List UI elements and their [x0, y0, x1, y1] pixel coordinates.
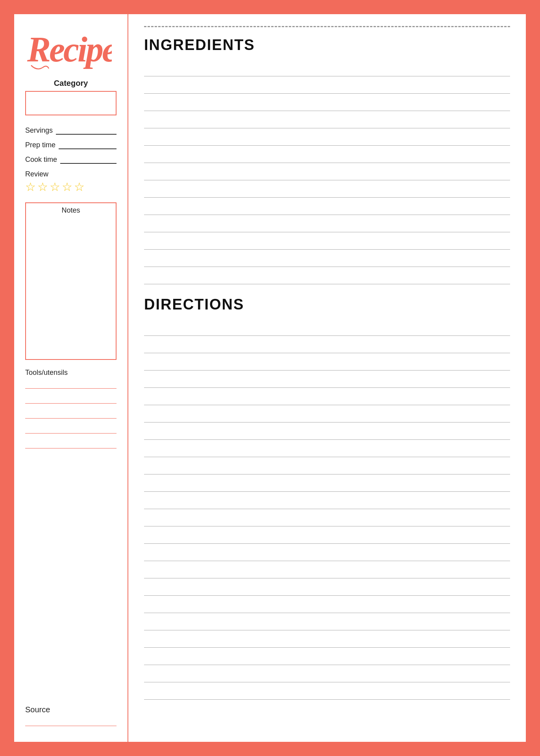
- direction-line-21[interactable]: [144, 665, 510, 682]
- ingredient-line-2[interactable]: [144, 76, 510, 94]
- source-section: Source: [25, 705, 117, 730]
- ingredient-line-10[interactable]: [144, 215, 510, 232]
- ingredient-line-4[interactable]: [144, 111, 510, 128]
- prep-time-line[interactable]: [59, 141, 117, 149]
- ingredient-line-9[interactable]: [144, 198, 510, 215]
- tool-line-1[interactable]: [25, 381, 117, 389]
- direction-line-12[interactable]: [144, 509, 510, 526]
- ingredient-line-11[interactable]: [144, 232, 510, 250]
- ingredients-lines: [144, 59, 510, 284]
- servings-line[interactable]: [56, 127, 117, 135]
- ingredients-title: INGREDIENTS: [144, 37, 510, 54]
- ingredient-line-12[interactable]: [144, 250, 510, 267]
- servings-label: Servings: [25, 126, 53, 135]
- direction-line-11[interactable]: [144, 492, 510, 509]
- source-line[interactable]: [25, 718, 117, 726]
- direction-line-15[interactable]: [144, 561, 510, 578]
- ingredient-line-13[interactable]: [144, 267, 510, 284]
- direction-line-10[interactable]: [144, 474, 510, 492]
- source-label: Source: [25, 705, 117, 714]
- direction-line-7[interactable]: [144, 422, 510, 440]
- ingredient-line-5[interactable]: [144, 128, 510, 146]
- ingredient-line-6[interactable]: [144, 146, 510, 163]
- cook-time-field: Cook time: [25, 156, 117, 164]
- tools-section: Tools/utensils: [25, 369, 117, 460]
- direction-line-5[interactable]: [144, 388, 510, 405]
- tool-line-2[interactable]: [25, 396, 117, 404]
- ingredient-line-7[interactable]: [144, 163, 510, 180]
- direction-line-4[interactable]: [144, 371, 510, 388]
- directions-title: DIRECTIONS: [144, 296, 510, 313]
- direction-line-19[interactable]: [144, 630, 510, 648]
- direction-line-20[interactable]: [144, 648, 510, 665]
- ingredient-line-3[interactable]: [144, 94, 510, 111]
- svg-text:Recipe: Recipe: [27, 30, 112, 69]
- notes-label: Notes: [26, 203, 116, 216]
- star-2[interactable]: ☆: [37, 180, 48, 194]
- direction-line-16[interactable]: [144, 578, 510, 596]
- tool-line-4[interactable]: [25, 426, 117, 434]
- ingredient-line-1[interactable]: [144, 59, 510, 76]
- tools-lines: [25, 381, 117, 448]
- star-1[interactable]: ☆: [25, 180, 36, 194]
- direction-line-22[interactable]: [144, 682, 510, 700]
- direction-line-8[interactable]: [144, 440, 510, 457]
- directions-lines: [144, 319, 510, 730]
- category-label: Category: [25, 79, 117, 88]
- tools-label: Tools/utensils: [25, 369, 117, 377]
- star-5[interactable]: ☆: [74, 180, 85, 194]
- tool-line-3[interactable]: [25, 411, 117, 419]
- category-input-box[interactable]: [25, 91, 117, 115]
- recipe-card: Recipe Category Servings Prep time Cook …: [14, 14, 526, 742]
- cook-time-line[interactable]: [60, 156, 117, 164]
- review-section: Review ☆ ☆ ☆ ☆ ☆: [25, 170, 117, 194]
- direction-line-9[interactable]: [144, 457, 510, 474]
- dashed-divider: [144, 26, 510, 27]
- direction-line-1[interactable]: [144, 319, 510, 336]
- direction-line-6[interactable]: [144, 405, 510, 422]
- cook-time-label: Cook time: [25, 156, 57, 164]
- direction-line-3[interactable]: [144, 353, 510, 371]
- direction-line-18[interactable]: [144, 613, 510, 630]
- servings-field: Servings: [25, 126, 117, 135]
- ingredient-line-8[interactable]: [144, 180, 510, 198]
- review-label: Review: [25, 170, 117, 178]
- star-4[interactable]: ☆: [62, 180, 72, 194]
- prep-time-label: Prep time: [25, 141, 55, 149]
- direction-line-14[interactable]: [144, 544, 510, 561]
- notes-box[interactable]: Notes: [25, 202, 117, 360]
- recipe-logo: Recipe: [25, 26, 112, 77]
- prep-time-field: Prep time: [25, 141, 117, 149]
- star-3[interactable]: ☆: [50, 180, 60, 194]
- direction-line-2[interactable]: [144, 336, 510, 353]
- direction-line-17[interactable]: [144, 596, 510, 613]
- star-rating[interactable]: ☆ ☆ ☆ ☆ ☆: [25, 180, 117, 194]
- tool-line-5[interactable]: [25, 441, 117, 448]
- sidebar: Recipe Category Servings Prep time Cook …: [14, 14, 128, 742]
- main-content: INGREDIENTS DIRECTIONS: [128, 14, 526, 742]
- direction-line-13[interactable]: [144, 526, 510, 544]
